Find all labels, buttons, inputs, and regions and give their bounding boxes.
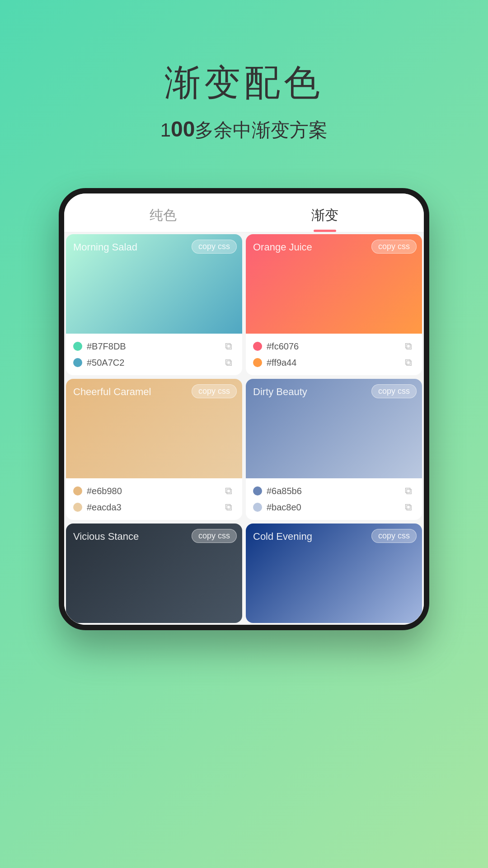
gradient-card-dirty-beauty: Dirty Beauty copy css #6a85b6 ⧉ #bac8e0 [246, 379, 422, 520]
morning-salad-name: Morning Salad [73, 241, 137, 253]
tab-gradient[interactable]: 渐变 [244, 193, 406, 232]
color-hex: #eacda3 [87, 502, 122, 513]
gradient-card-cold-evening: Cold Evening copy css [246, 524, 422, 623]
color-hex: #fc6076 [267, 341, 299, 352]
color-row: #B7F8DB ⧉ [73, 340, 235, 353]
cheerful-caramel-preview: Cheerful Caramel copy css [66, 379, 242, 478]
morning-salad-copy-btn[interactable]: copy css [192, 240, 237, 254]
color-hex: #e6b980 [87, 486, 122, 496]
phone-mockup: 纯色 渐变 Morning Salad copy css #B7F8DB ⧉ [59, 188, 429, 630]
copy-icon[interactable]: ⧉ [222, 340, 235, 353]
copy-icon[interactable]: ⧉ [222, 501, 235, 514]
dirty-beauty-name: Dirty Beauty [253, 386, 307, 398]
copy-icon[interactable]: ⧉ [402, 501, 415, 514]
copy-icon[interactable]: ⧉ [402, 340, 415, 353]
dirty-beauty-preview: Dirty Beauty copy css [246, 379, 422, 478]
dirty-beauty-colors: #6a85b6 ⧉ #bac8e0 ⧉ [246, 478, 422, 520]
color-row: #50A7C2 ⧉ [73, 356, 235, 369]
color-row: #6a85b6 ⧉ [253, 485, 415, 497]
cheerful-caramel-copy-btn[interactable]: copy css [192, 384, 237, 398]
gradient-card-vicious-stance: Vicious Stance copy css [66, 524, 242, 623]
color-hex: #ff9a44 [267, 358, 296, 368]
copy-icon[interactable]: ⧉ [222, 356, 235, 369]
copy-icon[interactable]: ⧉ [402, 485, 415, 497]
color-row: #ff9a44 ⧉ [253, 356, 415, 369]
vicious-stance-copy-btn[interactable]: copy css [192, 529, 237, 543]
color-hex: #6a85b6 [267, 486, 302, 496]
color-row: #e6b980 ⧉ [73, 485, 235, 497]
orange-juice-colors: #fc6076 ⧉ #ff9a44 ⧉ [246, 334, 422, 375]
color-row: #fc6076 ⧉ [253, 340, 415, 353]
color-dot [253, 503, 262, 512]
vicious-stance-name: Vicious Stance [73, 531, 139, 542]
color-hex: #bac8e0 [267, 502, 301, 513]
color-dot [73, 503, 82, 512]
color-hex: #50A7C2 [87, 358, 124, 368]
orange-juice-preview: Orange Juice copy css [246, 234, 422, 334]
dirty-beauty-copy-btn[interactable]: copy css [371, 384, 417, 398]
orange-juice-copy-btn[interactable]: copy css [371, 240, 417, 254]
color-row: #eacda3 ⧉ [73, 501, 235, 514]
cold-evening-copy-btn[interactable]: copy css [371, 529, 417, 543]
cold-evening-preview: Cold Evening copy css [246, 524, 422, 623]
tab-solid-color[interactable]: 纯色 [82, 193, 244, 232]
color-dot [73, 358, 82, 367]
color-dot [73, 486, 82, 495]
cheerful-caramel-name: Cheerful Caramel [73, 386, 151, 398]
cold-evening-name: Cold Evening [253, 531, 312, 542]
copy-icon[interactable]: ⧉ [222, 485, 235, 497]
orange-juice-name: Orange Juice [253, 241, 312, 253]
color-row: #bac8e0 ⧉ [253, 501, 415, 514]
color-hex: #B7F8DB [87, 341, 126, 352]
gradient-card-morning-salad: Morning Salad copy css #B7F8DB ⧉ #50A7C2 [66, 234, 242, 375]
gradient-card-orange-juice: Orange Juice copy css #fc6076 ⧉ #ff9a44 [246, 234, 422, 375]
morning-salad-colors: #B7F8DB ⧉ #50A7C2 ⧉ [66, 334, 242, 375]
vicious-stance-preview: Vicious Stance copy css [66, 524, 242, 623]
color-dot [73, 342, 82, 351]
copy-icon[interactable]: ⧉ [402, 356, 415, 369]
tab-bar: 纯色 渐变 [64, 193, 424, 232]
cheerful-caramel-colors: #e6b980 ⧉ #eacda3 ⧉ [66, 478, 242, 520]
color-dot [253, 342, 262, 351]
morning-salad-preview: Morning Salad copy css [66, 234, 242, 334]
hero-title: 渐变配色 [164, 59, 324, 108]
hero-subtitle: 100多余中渐变方案 [160, 117, 328, 143]
color-dot [253, 358, 262, 367]
color-dot [253, 486, 262, 495]
gradient-card-cheerful-caramel: Cheerful Caramel copy css #e6b980 ⧉ #eac… [66, 379, 242, 520]
gradient-grid: Morning Salad copy css #B7F8DB ⧉ #50A7C2 [64, 232, 424, 625]
